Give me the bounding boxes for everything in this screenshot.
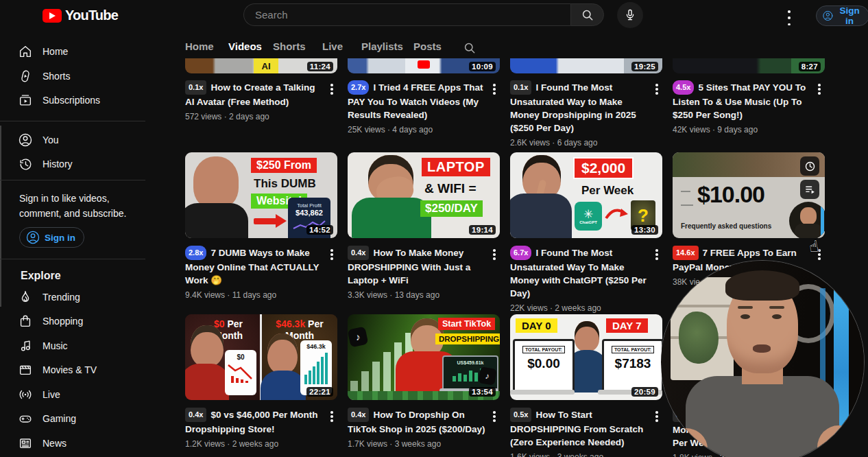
video-menu-kebab-icon[interactable] — [326, 410, 337, 423]
you-icon — [18, 132, 33, 148]
thumbnail-text: $0.00 — [515, 356, 572, 371]
thumbnail-text: DAY 0 — [516, 318, 557, 333]
search-input[interactable] — [243, 3, 570, 26]
live-icon — [18, 387, 33, 402]
video-title[interactable]: 2.7xI Tried 4 FREE Apps That PAY You To … — [348, 81, 489, 121]
video-menu-kebab-icon[interactable] — [326, 248, 337, 261]
add-to-queue-button[interactable] — [800, 180, 819, 199]
thumbnail-text: $43,862 — [288, 209, 330, 217]
thumbnail-text: Frequently asked questions — [681, 222, 771, 230]
video-card: LAPTOP & WIFI = $250/DAY 19:14 0.4xHow T… — [348, 152, 500, 300]
sidebar-item-trending[interactable]: Trending — [0, 286, 151, 308]
topbar-signin-button[interactable]: Sign in — [816, 5, 868, 26]
video-title[interactable]: 0.1xI Found The Most Unsaturated Way to … — [510, 81, 651, 134]
signin-promo-text: Sign in to like videos,comment, and subs… — [19, 191, 140, 221]
sidebar-item-gaming[interactable]: Gaming — [0, 408, 151, 430]
video-title[interactable]: 0.4xHow To Dropship On TikTok Shop in 20… — [348, 408, 489, 436]
video-thumbnail[interactable]: LAPTOP & WIFI = $250/DAY 19:14 — [348, 152, 500, 238]
thumbnail-text: LAPTOP — [422, 158, 490, 176]
thumbnail-text: DROPSHIPPING — [435, 333, 500, 344]
person-icon — [822, 8, 834, 23]
video-thumbnail[interactable]: $0 PerMonth $0 $46.3k PerMonth $46.3k 22… — [185, 314, 337, 400]
video-menu-kebab-icon[interactable] — [489, 248, 500, 261]
video-thumbnail[interactable]: $10.00 Frequently asked questions — [673, 152, 825, 238]
sidebar-item-history[interactable]: History — [0, 153, 151, 175]
video-meta: 25K views · 4 days ago — [348, 125, 500, 134]
thumbnail-arrow — [605, 204, 629, 222]
video-thumbnail[interactable]: $2,000 Per Week ✳ ChatGPT ? 13:30 — [510, 152, 662, 238]
thumbnail-line — [681, 191, 690, 192]
mic-button[interactable] — [617, 2, 643, 28]
sidebar-item-home[interactable]: Home — [0, 40, 151, 62]
presenter-body — [686, 376, 839, 457]
video-menu-kebab-icon[interactable] — [651, 82, 662, 96]
video-title[interactable]: 2.8x7 DUMB Ways to Make Money Online Tha… — [185, 246, 326, 287]
thumbnail-webcam-circle — [789, 202, 825, 238]
thumbnail-person — [575, 321, 599, 351]
subscriptions-icon — [18, 93, 33, 108]
video-title[interactable]: 6.7xI Found The Most Unsaturated Way To … — [510, 246, 651, 300]
presenter-brow — [738, 306, 753, 309]
presenter-brow — [769, 306, 784, 309]
search-button[interactable] — [570, 3, 604, 26]
video-title[interactable]: 0.1xHow to Create a Talking AI Avatar (F… — [185, 81, 326, 108]
tab-videos[interactable]: Videos — [228, 40, 262, 58]
video-title[interactable]: 0.5xHow To Start DROPSHIPPING From Scrat… — [510, 408, 651, 449]
thumbnail-text: DAY 7 — [606, 318, 648, 333]
video-thumbnail[interactable]: 19:25 — [510, 58, 662, 73]
video-thumbnail[interactable]: DAY 0 DAY 7 TOTAL PAYOUT: $0.00 TOTAL PA… — [510, 314, 662, 400]
explore-heading: Explore — [21, 270, 61, 282]
sidebar-item-you[interactable]: You — [0, 129, 151, 151]
video-menu-kebab-icon[interactable] — [651, 248, 662, 261]
sidebar-item-shopping[interactable]: Shopping — [0, 310, 151, 332]
sidebar-item-news[interactable]: News — [0, 432, 151, 454]
sidebar-item-music[interactable]: Music — [0, 335, 151, 357]
tab-live[interactable]: Live — [322, 40, 343, 58]
youtube-logo[interactable]: YouTube — [43, 8, 118, 23]
thumbnail-text: AI — [254, 58, 278, 73]
tab-posts[interactable]: Posts — [413, 40, 442, 58]
video-meta: 572 views · 2 days ago — [185, 112, 337, 121]
thumbnail-person-shirt — [185, 364, 229, 400]
video-title[interactable]: 4.5x5 Sites That PAY YOU To Listen To & … — [673, 81, 814, 121]
video-title[interactable]: 0.4x$0 vs $46,000 Per Month Dropshipping… — [185, 408, 326, 436]
thumbnail-text: Total Profit — [288, 202, 330, 209]
video-thumbnail[interactable]: 10:09 — [348, 58, 500, 73]
settings-kebab-icon[interactable] — [784, 9, 794, 27]
sidebar-item-subscriptions[interactable]: Subscriptions — [0, 89, 151, 111]
duration-badge: 13:54 — [469, 387, 496, 397]
vph-badge: 0.4x — [348, 246, 369, 260]
vph-badge: 0.5x — [510, 408, 531, 422]
video-thumbnail[interactable]: AI 11:24 — [185, 58, 337, 73]
video-menu-kebab-icon[interactable] — [489, 82, 500, 96]
thumbnail-text: $2,000 — [573, 157, 634, 179]
video-card: 19:25 0.1xI Found The Most Unsaturated W… — [510, 58, 662, 148]
tab-playlists[interactable]: Playlists — [361, 40, 403, 58]
video-menu-kebab-icon[interactable] — [489, 410, 500, 423]
thumbnail-arrow — [254, 218, 277, 224]
channel-search-icon[interactable] — [463, 41, 477, 55]
video-menu-kebab-icon[interactable] — [814, 82, 825, 96]
thumbnail-person — [800, 207, 817, 225]
video-card: AI 11:24 0.1xHow to Create a Talking AI … — [185, 58, 337, 121]
sidebar-item-movies-tv[interactable]: Movies & TV — [0, 359, 151, 381]
sidebar-signin-button[interactable]: Sign in — [19, 227, 84, 248]
video-thumbnail[interactable]: ♪ Start TikTok DROPSHIPPING US$459.61k ♪… — [348, 314, 500, 400]
video-thumbnail[interactable]: 8:27 — [673, 58, 825, 73]
video-menu-kebab-icon[interactable] — [651, 410, 662, 423]
video-title[interactable]: 0.4xHow To Make Money DROPSHIPPING With … — [348, 246, 489, 287]
video-card: $250 From This DUMB Website! Total Profi… — [185, 152, 337, 300]
watch-later-button[interactable] — [800, 156, 819, 176]
sidebar-item-shorts[interactable]: Shorts — [0, 65, 151, 87]
video-menu-kebab-icon[interactable] — [326, 82, 337, 96]
video-thumbnail[interactable]: $250 From This DUMB Website! Total Profi… — [185, 152, 337, 238]
tab-home[interactable]: Home — [185, 40, 214, 58]
video-card: 10:09 2.7xI Tried 4 FREE Apps That PAY Y… — [348, 58, 500, 134]
tab-shorts[interactable]: Shorts — [273, 40, 306, 58]
thumbnail-text: Per Week — [581, 184, 634, 198]
tiktok-logo: ♪ — [478, 366, 497, 386]
webcam-shelf-line — [671, 305, 734, 307]
thumbnail-text: TOTAL PAYOUT: — [522, 346, 565, 353]
presenter-eye — [772, 314, 782, 319]
sidebar-item-live[interactable]: Live — [0, 384, 151, 406]
